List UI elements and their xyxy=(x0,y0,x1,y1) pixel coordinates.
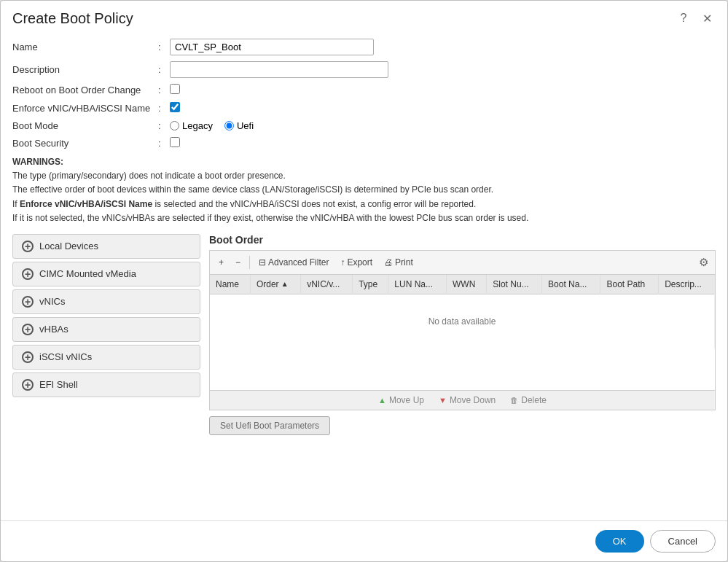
name-control xyxy=(170,39,716,55)
dialog-footer: OK Cancel xyxy=(1,520,727,561)
add-button[interactable]: + xyxy=(214,255,228,270)
print-button[interactable]: 🖨 Print xyxy=(380,255,418,270)
dialog-body: Name : Description : Reboot on Boot Orde… xyxy=(1,33,727,515)
move-down-button[interactable]: ▼ Move Down xyxy=(439,395,496,405)
warnings-title: WARNINGS: xyxy=(12,157,63,167)
col-order[interactable]: Order ▲ xyxy=(250,275,300,294)
boot-mode-legacy-radio[interactable] xyxy=(170,121,179,130)
table-header: Name Order ▲ vNIC/v... Type LUN Na... xyxy=(210,275,715,294)
name-row: Name : xyxy=(12,39,716,55)
plus-icon-vhbas: + xyxy=(22,324,34,335)
export-label: Export xyxy=(347,257,372,268)
sidebar-item-local-devices-label: Local Devices xyxy=(39,241,98,251)
remove-button[interactable]: − xyxy=(231,255,245,270)
boot-mode-uefi-label[interactable]: Uefi xyxy=(224,120,254,131)
no-data-row: No data available xyxy=(210,294,715,348)
sidebar-item-vnics[interactable]: + vNICs xyxy=(12,289,200,314)
sidebar-item-cimc-vmedia[interactable]: + CIMC Mounted vMedia xyxy=(12,262,200,286)
description-colon: : xyxy=(158,64,170,75)
description-label: Description xyxy=(12,64,158,75)
right-panel: Boot Order + − ⊟ Advanced Filter xyxy=(209,234,716,435)
boot-order-table: Name Order ▲ vNIC/v... Type LUN Na... xyxy=(210,275,715,348)
sidebar-item-efi-shell[interactable]: + EFI Shell xyxy=(12,372,200,397)
plus-icon-cimc: + xyxy=(22,268,34,280)
description-input[interactable] xyxy=(170,61,388,78)
boot-order-table-container: Name Order ▲ vNIC/v... Type LUN Na... xyxy=(209,274,716,391)
warnings-line4: If it is not selected, the vNICs/vHBAs a… xyxy=(12,213,528,223)
delete-button[interactable]: 🗑 Delete xyxy=(510,395,547,405)
warnings-line1: The type (primary/secondary) does not in… xyxy=(12,171,286,181)
boot-mode-label: Boot Mode xyxy=(12,120,158,131)
sidebar-item-vhbas-label: vHBAs xyxy=(39,324,69,335)
create-boot-policy-dialog: Create Boot Policy ? ✕ Name : Descriptio… xyxy=(0,0,728,562)
cancel-button[interactable]: Cancel xyxy=(650,530,716,553)
col-type: Type xyxy=(353,275,388,294)
export-icon: ↑ xyxy=(340,257,345,268)
enforce-row: Enforce vNIC/vHBA/iSCSI Name : xyxy=(12,102,716,114)
move-down-icon: ▼ xyxy=(439,396,447,405)
reboot-colon: : xyxy=(158,85,170,95)
boot-security-row: Boot Security : xyxy=(12,137,716,149)
sidebar-item-iscsi-vnics[interactable]: + iSCSI vNICs xyxy=(12,345,200,370)
plus-icon-local: + xyxy=(22,241,34,252)
no-data-cell: No data available xyxy=(210,294,715,348)
sidebar-item-vnics-label: vNICs xyxy=(39,296,65,307)
gear-icon: ⚙ xyxy=(699,256,708,268)
boot-order-toolbar: + − ⊟ Advanced Filter ↑ Export xyxy=(209,250,716,274)
toolbar-divider-1 xyxy=(249,256,250,269)
delete-icon: 🗑 xyxy=(510,396,518,405)
move-down-label: Move Down xyxy=(450,395,496,405)
description-row: Description : xyxy=(12,61,716,78)
boot-mode-legacy-label[interactable]: Legacy xyxy=(170,120,213,131)
col-wwn: WWN xyxy=(446,275,486,294)
warnings-line3-post: is selected and the vNIC/vHBA/iSCSI does… xyxy=(152,199,476,209)
add-icon: + xyxy=(219,257,224,268)
main-content: + Local Devices + CIMC Mounted vMedia + … xyxy=(12,234,716,435)
plus-icon-iscsi: + xyxy=(22,351,34,363)
uefi-boot-params-button[interactable]: Set Uefi Boot Parameters xyxy=(209,416,330,435)
col-bootna: Boot Na... xyxy=(542,275,600,294)
col-descrip: Descrip... xyxy=(659,275,715,294)
help-button[interactable]: ? xyxy=(675,9,692,27)
settings-button[interactable]: ⚙ xyxy=(697,254,711,271)
sidebar-item-local-devices[interactable]: + Local Devices xyxy=(12,234,200,259)
boot-mode-colon: : xyxy=(158,120,170,131)
plus-icon-vnics: + xyxy=(22,296,34,308)
sidebar-item-vhbas[interactable]: + vHBAs xyxy=(12,317,200,342)
delete-label: Delete xyxy=(521,395,547,405)
move-up-icon: ▲ xyxy=(378,396,386,405)
boot-mode-control: Legacy Uefi xyxy=(170,120,716,131)
reboot-checkbox[interactable] xyxy=(170,84,180,94)
enforce-colon: : xyxy=(158,103,170,114)
filter-icon: ⊟ xyxy=(259,257,266,268)
table-body: No data available xyxy=(210,294,715,348)
boot-security-checkbox[interactable] xyxy=(170,137,180,147)
close-button[interactable]: ✕ xyxy=(698,9,716,27)
warnings-box: WARNINGS: The type (primary/secondary) d… xyxy=(12,155,716,225)
name-colon: : xyxy=(158,42,170,52)
remove-icon: − xyxy=(235,257,240,268)
header-actions: ? ✕ xyxy=(675,9,716,27)
boot-security-control xyxy=(170,137,716,149)
name-input[interactable] xyxy=(170,39,374,55)
sidebar-item-cimc-label: CIMC Mounted vMedia xyxy=(39,268,136,279)
description-control xyxy=(170,61,716,78)
boot-mode-uefi-radio[interactable] xyxy=(224,121,234,130)
enforce-checkbox[interactable] xyxy=(170,102,180,112)
advanced-filter-label: Advanced Filter xyxy=(268,257,329,268)
col-bootpath: Boot Path xyxy=(600,275,659,294)
table-header-row: Name Order ▲ vNIC/v... Type LUN Na... xyxy=(210,275,715,294)
export-button[interactable]: ↑ Export xyxy=(336,255,377,270)
name-label: Name xyxy=(12,42,158,52)
ok-button[interactable]: OK xyxy=(595,530,644,553)
enforce-control xyxy=(170,102,716,114)
sidebar-item-efi-label: EFI Shell xyxy=(39,379,78,390)
dialog-title: Create Boot Policy xyxy=(12,10,133,27)
enforce-label: Enforce vNIC/vHBA/iSCSI Name xyxy=(12,103,158,114)
advanced-filter-button[interactable]: ⊟ Advanced Filter xyxy=(254,255,333,270)
boot-order-title: Boot Order xyxy=(209,234,716,246)
move-up-label: Move Up xyxy=(389,395,424,405)
move-up-button[interactable]: ▲ Move Up xyxy=(378,395,424,405)
warnings-line2: The effective order of boot devices with… xyxy=(12,184,493,195)
print-icon: 🖨 xyxy=(384,257,393,268)
